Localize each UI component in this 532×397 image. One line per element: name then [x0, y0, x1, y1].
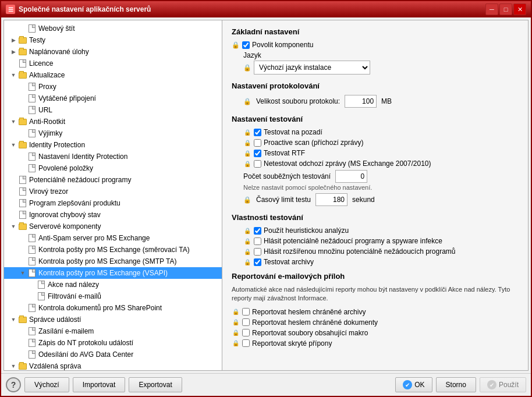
tree-item-url[interactable]: URL [4, 104, 222, 116]
report-extended-checkbox[interactable] [254, 248, 261, 256]
folder-icon-testy [18, 36, 27, 45]
tree-item-proxy[interactable]: Proxy [4, 81, 222, 93]
tree-item-serverove[interactable]: ▼ Serverové komponenty [4, 221, 222, 232]
parallel-tests-input[interactable] [335, 170, 367, 183]
tree-item-odesilani-avg[interactable]: Odesílání do AVG Data Center [4, 349, 222, 360]
tree-item-vytacene[interactable]: Vytáčené připojení [4, 93, 222, 104]
tree-label-aktualizace: Aktualizace [29, 70, 65, 80]
maximize-button[interactable]: □ [499, 3, 512, 15]
time-limit-label: Časový limit testu [256, 196, 311, 204]
reporting-desc: Automatické akce nad následujícími repor… [232, 285, 519, 303]
test-archives-row: 🔒 Testovat archivy [243, 258, 519, 266]
tree-item-webovy-stit[interactable]: Webový štít [4, 23, 222, 34]
right-panel: Základní nastavení 🔒 Povolit komponentu … [222, 20, 528, 370]
enable-component-checkbox[interactable] [242, 41, 250, 49]
tree-item-filtrovani[interactable]: Filtrování e-mailů [4, 290, 222, 302]
section-testing-title: Nastavení testování [232, 115, 519, 123]
tree-item-anti-rootkit[interactable]: ▼ Anti-Rootkit [4, 116, 222, 127]
expand-icon [18, 94, 27, 103]
tree-label-kontrola-vsapi: Kontrola pošty pro MS Exchange (VSAPI) [38, 268, 168, 278]
doc-icon-vyjimky [27, 129, 37, 138]
tree-label-vyjimky: Výjimky [38, 128, 62, 139]
default-button[interactable]: Výchozí [24, 377, 69, 392]
parallel-tests-label: Počet souběžných testování [243, 172, 331, 180]
doc-icon-kontrola-smer [27, 245, 37, 254]
expand-icon: ▼ [9, 140, 18, 150]
lock-icon-lang: 🔒 [243, 63, 251, 72]
no-test-outgoing-checkbox[interactable] [254, 160, 261, 168]
report-extended-label: Hlásit rozšířenou množinu potenciálně ne… [264, 247, 456, 256]
folder-icon-serverove [18, 222, 27, 231]
ok-label: OK [414, 381, 424, 389]
test-rtf-checkbox[interactable] [254, 150, 261, 157]
report-pua-checkbox[interactable] [254, 238, 261, 245]
report-pw-archives-checkbox[interactable] [242, 308, 250, 316]
expand-icon [18, 257, 27, 266]
tree-label-program-zlepsovani: Program zlepšování produktu [29, 198, 120, 208]
window-title: Společné nastavení aplikačních serverů [19, 5, 151, 13]
tree-item-virovy-trezor[interactable]: Virový trezor [4, 186, 222, 197]
expand-icon: ▼ [9, 361, 18, 370]
apply-button[interactable]: ✔ Použít [480, 377, 526, 392]
tree-item-anti-spam[interactable]: Anti-Spam server pro MS Exchange [4, 232, 222, 244]
tree-item-povolene-polozky[interactable]: Povolené položky [4, 162, 222, 174]
folder-icon-sprava [18, 315, 27, 324]
tree-item-aktualizace[interactable]: ▼ Aktualizace [4, 69, 222, 81]
help-button[interactable]: ? [6, 377, 21, 392]
tree-label-virovy-trezor: Virový trezor [29, 186, 68, 197]
tree-item-vzdalena-sprava[interactable]: ▼ Vzdálená správa [4, 360, 222, 370]
tree-item-program-zlepsovani[interactable]: Program zlepšování produktu [4, 197, 222, 209]
tree-item-sprava-udalosti[interactable]: ▼ Správce událostí [4, 314, 222, 325]
expand-icon [18, 303, 27, 313]
tree-item-kontrola-smtp[interactable]: Kontrola pošty pro MS Exchange (SMTP TA) [4, 256, 222, 267]
tree-item-zasilani[interactable]: Zasílání e-mailem [4, 325, 222, 337]
folder-icon-nap [18, 47, 27, 56]
test-background-checkbox[interactable] [254, 129, 261, 136]
language-label: Jazyk [243, 51, 519, 59]
proactive-scan-checkbox[interactable] [254, 139, 261, 147]
report-pw-docs-checkbox[interactable] [242, 318, 250, 326]
tree-item-kontrola-smer[interactable]: Kontrola pošty pro MS Exchange (směrovac… [4, 244, 222, 256]
bottom-right: ✔ OK Storno ✔ Použít [395, 377, 526, 392]
time-limit-input[interactable] [315, 193, 347, 206]
tree-item-vyjimky[interactable]: Výjimky [4, 127, 222, 139]
tree-label-licence: Licence [29, 58, 53, 69]
doc-icon-povolene-polozky [27, 164, 37, 173]
log-file-size-input[interactable] [345, 95, 377, 108]
report-macro-checkbox[interactable] [242, 329, 250, 336]
test-archives-checkbox[interactable] [254, 258, 261, 266]
tree-item-kontrola-vsapi[interactable]: ▼ Kontrola pošty pro MS Exchange (VSAPI) [4, 267, 222, 279]
doc-icon-kontrola-dok [27, 303, 37, 313]
lock-icon-pua: 🔒 [243, 237, 251, 245]
tree-item-nastaveni-ip[interactable]: Nastavení Identity Protection [4, 151, 222, 162]
doc-icon-ignorovat [18, 210, 27, 219]
tree-item-naplovane[interactable]: ▶ Naplánované úlohy [4, 46, 222, 58]
tree-item-testy[interactable]: ▶ Testy [4, 34, 222, 46]
apply-label: Použít [499, 381, 519, 389]
tree-item-akce-nad-nalezy[interactable]: Akce nad nálezy [4, 279, 222, 290]
export-button[interactable]: Exportovat [129, 377, 182, 392]
ok-button[interactable]: ✔ OK [395, 377, 432, 392]
report-extended-row: 🔒 Hlásit rozšířenou množinu potenciálně … [243, 247, 519, 256]
import-button[interactable]: Importovat [73, 377, 126, 392]
tree-label-vzdalena-sprava: Vzdálená správa [29, 361, 81, 370]
tree-item-zapis-nt[interactable]: Zápis do NT protokolu událostí [4, 337, 222, 349]
tree-item-kontrola-dokumentu[interactable]: Kontrola dokumentů pro MS SharePoint [4, 302, 222, 314]
minimize-button[interactable]: ─ [485, 3, 498, 15]
language-select[interactable]: Výchozí jazyk instalace [254, 61, 370, 75]
lock-icon-proactive: 🔒 [243, 139, 251, 147]
doc-icon-odesilani [27, 350, 37, 359]
report-hidden-checkbox[interactable] [242, 339, 250, 347]
tree-item-potencialne[interactable]: Potenciálně nežádoucí programy [4, 174, 222, 186]
report-password-docs-row: 🔒 Reportovat heslem chráněné dokumenty [232, 318, 519, 327]
tree-item-ignorovat[interactable]: Ignorovat chybový stav [4, 209, 222, 221]
tree-item-licence[interactable]: Licence [4, 58, 222, 69]
close-button[interactable]: ✕ [513, 3, 526, 15]
tree-item-identity-protection[interactable]: ▼ Identity Protection [4, 139, 222, 151]
lock-icon-timelimit: 🔒 [243, 196, 251, 204]
expand-icon: ▼ [9, 222, 18, 231]
cancel-button[interactable]: Storno [436, 377, 476, 392]
expand-icon: ▶ [9, 47, 18, 56]
report-pua-label: Hlásit potenciálně nežádoucí programy a … [264, 237, 442, 245]
heuristic-checkbox[interactable] [254, 227, 261, 235]
